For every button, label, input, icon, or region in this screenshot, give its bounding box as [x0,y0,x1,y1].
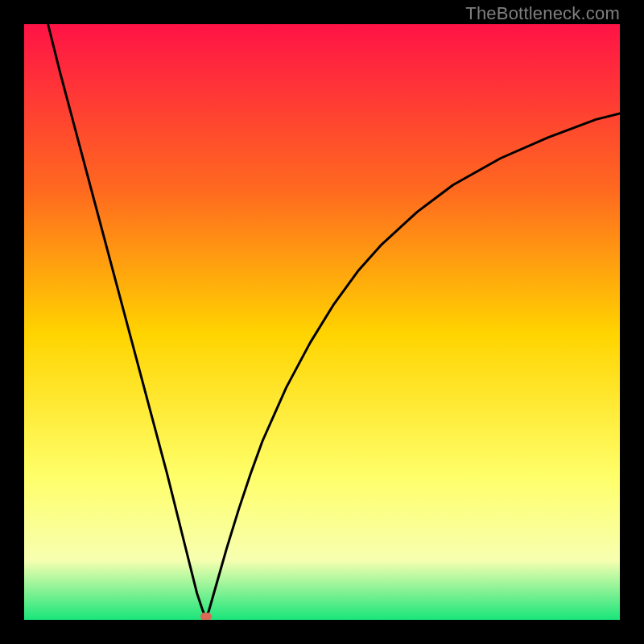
bottleneck-curve [48,24,620,617]
curve-layer [24,24,620,620]
plot-area [24,24,620,620]
minimum-marker [200,613,212,620]
watermark-text: TheBottleneck.com [465,3,620,24]
chart-frame: TheBottleneck.com [0,0,644,644]
